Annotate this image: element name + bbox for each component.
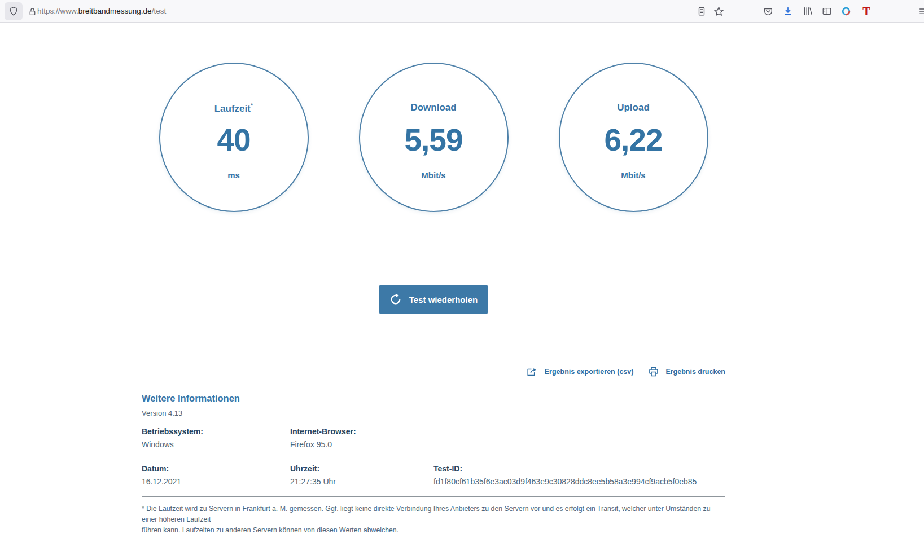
extension-t-icon[interactable]: T [859, 3, 874, 19]
download-value: 5,59 [360, 122, 507, 158]
export-csv-label: Ergebnis exportieren (csv) [545, 368, 634, 376]
divider-top [142, 385, 725, 385]
print-link[interactable]: Ergebnis drucken [648, 366, 725, 377]
result-circles: Laufzeit* 40 ms Download 5,59 Mbit/s Upl… [142, 63, 725, 212]
browser-toolbar: https://www.breitbandmessung.de/test [0, 0, 924, 23]
url-bar[interactable]: https://www.breitbandmessung.de/test [37, 0, 166, 23]
laufzeit-footnote: * Die Laufzeit wird zu Servern in Frankf… [142, 504, 725, 536]
date-value: 16.12.2021 [142, 477, 290, 486]
footnote-line1: * Die Laufzeit wird zu Servern in Frankf… [142, 504, 725, 525]
os-label: Betriebssystem: [142, 427, 290, 436]
sidebar-icon[interactable] [819, 3, 835, 19]
printer-icon [648, 366, 659, 377]
laufzeit-asterisk: * [251, 102, 253, 109]
menu-icon[interactable] [916, 3, 924, 19]
info-fields-row1: Betriebssystem: Windows Internet-Browser… [142, 427, 725, 449]
info-version: Version 4.13 [142, 409, 182, 417]
repeat-test-label: Test wiederholen [409, 295, 478, 305]
time-value: 21:27:35 Uhr [290, 477, 433, 486]
field-time: Uhrzeit: 21:27:35 Uhr [290, 464, 433, 486]
downloads-icon[interactable] [780, 3, 796, 19]
url-path: /test [152, 7, 167, 15]
footnote-line2: führen kann. Laufzeiten zu anderen Serve… [142, 525, 725, 536]
download-unit: Mbit/s [360, 170, 507, 180]
extension-donut-icon[interactable] [838, 3, 854, 19]
field-date: Datum: 16.12.2021 [142, 464, 290, 486]
field-testid: Test-ID: fd1f80cf61b35f6e3ac03d9f463e9c3… [433, 464, 725, 486]
reader-view-icon[interactable] [694, 3, 710, 19]
print-label: Ergebnis drucken [665, 368, 725, 376]
divider-bottom [142, 496, 725, 497]
testid-label: Test-ID: [433, 464, 725, 473]
laufzeit-unit: ms [160, 170, 308, 180]
laufzeit-value: 40 [160, 122, 308, 158]
upload-unit: Mbit/s [560, 170, 707, 180]
shield-icon[interactable] [5, 2, 23, 20]
export-csv-link[interactable]: Ergebnis exportieren (csv) [526, 366, 634, 377]
library-icon[interactable] [800, 3, 816, 19]
field-os: Betriebssystem: Windows [142, 427, 290, 449]
extension-t-glyph: T [862, 6, 870, 17]
info-fields-row2: Datum: 16.12.2021 Uhrzeit: 21:27:35 Uhr … [142, 464, 725, 486]
info-heading: Weitere Informationen [142, 393, 240, 404]
upload-label: Upload [560, 102, 707, 113]
browser-label: Internet-Browser: [290, 427, 433, 436]
testid-value: fd1f80cf61b35f6e3ac03d9f463e9c30828ddc8e… [433, 477, 725, 486]
result-circle-upload: Upload 6,22 Mbit/s [559, 63, 708, 212]
browser-value: Firefox 95.0 [290, 440, 433, 449]
speedtest-page: Laufzeit* 40 ms Download 5,59 Mbit/s Upl… [0, 23, 924, 560]
export-icon [526, 366, 538, 377]
url-prefix: https://www. [37, 7, 78, 15]
refresh-icon [389, 293, 402, 306]
bookmark-star-icon[interactable] [711, 3, 726, 19]
pocket-icon[interactable] [760, 3, 776, 19]
date-label: Datum: [142, 464, 290, 473]
laufzeit-label: Laufzeit* [160, 102, 308, 114]
url-domain: breitbandmessung.de [78, 7, 152, 15]
download-label: Download [360, 102, 507, 113]
repeat-test-button[interactable]: Test wiederholen [379, 285, 488, 314]
result-actions: Ergebnis exportieren (csv) Ergebnis druc… [142, 363, 725, 380]
time-label: Uhrzeit: [290, 464, 433, 473]
result-circle-download: Download 5,59 Mbit/s [359, 63, 509, 212]
os-value: Windows [142, 440, 290, 449]
field-browser: Internet-Browser: Firefox 95.0 [290, 427, 433, 449]
result-circle-laufzeit: Laufzeit* 40 ms [159, 63, 309, 212]
upload-value: 6,22 [560, 122, 707, 158]
